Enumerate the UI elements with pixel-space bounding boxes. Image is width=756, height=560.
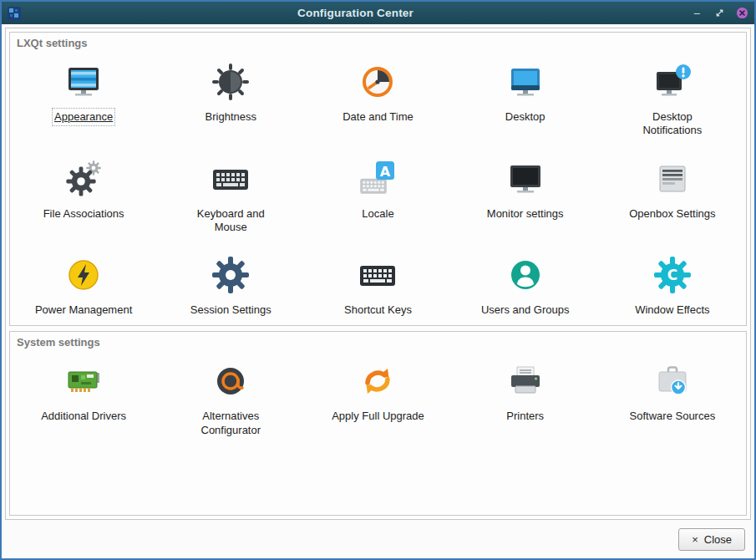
settings-item-additional-drivers[interactable]: Additional Drivers (10, 349, 157, 445)
power-icon (63, 255, 104, 295)
svg-text:A: A (380, 163, 391, 179)
settings-item-date-time[interactable]: Date and Time (304, 49, 451, 146)
settings-item-label: Shortcut Keys (344, 303, 412, 317)
settings-item-label: Additional Drivers (41, 410, 126, 423)
settings-item-monitor-settings[interactable]: Monitor settings (452, 146, 599, 243)
settings-scroll-area: LXQt settings Appearance Brightness (5, 28, 751, 520)
desktop-notifications-icon (652, 62, 693, 102)
maximize-button[interactable] (713, 7, 726, 20)
settings-item-users-groups[interactable]: Users and Groups (452, 242, 599, 325)
settings-item-desktop[interactable]: Desktop (452, 49, 599, 146)
settings-item-label: Monitor settings (487, 207, 564, 221)
settings-item-appearance[interactable]: Appearance (10, 49, 157, 146)
settings-item-session-settings[interactable]: Session Settings (157, 242, 304, 325)
group-system-settings: System settings Additional Drivers Alter… (9, 331, 747, 516)
close-icon: × (692, 533, 698, 546)
gears-icon (63, 159, 104, 199)
window-effects-gear-icon: C (652, 255, 693, 295)
settings-item-keyboard-mouse[interactable]: Keyboard and Mouse (157, 146, 304, 243)
settings-item-label: Openbox Settings (629, 207, 715, 221)
group-title-lxqt: LXQt settings (10, 33, 746, 49)
settings-item-shortcut-keys[interactable]: Shortcut Keys (304, 242, 451, 325)
close-button-label: Close (704, 533, 732, 546)
settings-item-desktop-notifications[interactable]: Desktop Notifications (599, 49, 746, 146)
close-button[interactable]: × Close (678, 528, 745, 551)
driver-card-icon (63, 361, 104, 401)
window-title: Configuration Center (26, 7, 685, 19)
settings-item-label: Window Effects (635, 303, 709, 317)
minimize-button[interactable]: − (690, 7, 703, 20)
settings-item-locale[interactable]: A Locale (304, 146, 451, 243)
settings-item-file-associations[interactable]: File Associations (10, 146, 157, 243)
settings-item-label: Users and Groups (481, 303, 570, 317)
titlebar[interactable]: Configuration Center − (2, 2, 754, 24)
user-icon (505, 255, 545, 295)
locale-icon: A (358, 159, 398, 199)
settings-item-alternatives-configurator[interactable]: Alternatives Configurator (157, 349, 304, 445)
settings-item-label: Locale (362, 207, 393, 221)
session-gear-icon (211, 255, 251, 295)
settings-item-label: Software Sources (630, 410, 716, 423)
clock-icon (358, 62, 398, 102)
button-row: × Close (2, 520, 754, 558)
settings-item-label: Alternatives Configurator (191, 410, 271, 437)
settings-item-label: File Associations (43, 207, 124, 221)
group-title-system: System settings (10, 332, 746, 349)
settings-item-label: Apply Full Upgrade (332, 410, 424, 423)
settings-item-power-management[interactable]: Power Management (10, 242, 157, 325)
configuration-center-window: Configuration Center − LXQt settings (0, 0, 756, 560)
settings-item-label: Desktop Notifications (632, 110, 712, 138)
appearance-icon (63, 62, 104, 102)
software-sources-icon (652, 361, 693, 401)
settings-item-label: Session Settings (190, 303, 271, 317)
system-settings-grid: Additional Drivers Alternatives Configur… (10, 349, 746, 445)
lxqt-settings-grid: Appearance Brightness Date and Time (10, 49, 746, 325)
settings-item-window-effects[interactable]: C Window Effects (599, 242, 746, 325)
close-window-button[interactable] (735, 7, 748, 20)
shortcut-keyboard-icon (358, 255, 398, 295)
settings-item-label: Date and Time (342, 110, 414, 124)
monitor-icon (505, 159, 545, 199)
upgrade-refresh-icon (358, 361, 398, 401)
settings-item-label: Brightness (205, 110, 256, 124)
settings-item-label: Desktop (505, 110, 545, 124)
group-lxqt-settings: LXQt settings Appearance Brightness (9, 32, 747, 326)
window-icon (8, 7, 21, 20)
settings-item-software-sources[interactable]: Software Sources (599, 349, 746, 445)
openbox-icon (652, 159, 693, 199)
settings-item-label: Appearance (54, 110, 113, 124)
printer-icon (505, 361, 545, 401)
svg-text:C: C (667, 267, 677, 283)
settings-item-printers[interactable]: Printers (452, 349, 599, 445)
keyboard-icon (211, 159, 251, 199)
settings-item-apply-full-upgrade[interactable]: Apply Full Upgrade (304, 349, 451, 445)
settings-item-openbox-settings[interactable]: Openbox Settings (599, 146, 746, 243)
desktop-icon (505, 62, 545, 102)
alternatives-icon (211, 361, 251, 401)
settings-item-label: Printers (506, 410, 544, 423)
settings-item-label: Keyboard and Mouse (191, 207, 271, 235)
brightness-icon (211, 62, 251, 102)
settings-item-brightness[interactable]: Brightness (157, 49, 304, 146)
settings-item-label: Power Management (35, 303, 132, 317)
content-area: LXQt settings Appearance Brightness (2, 24, 754, 520)
